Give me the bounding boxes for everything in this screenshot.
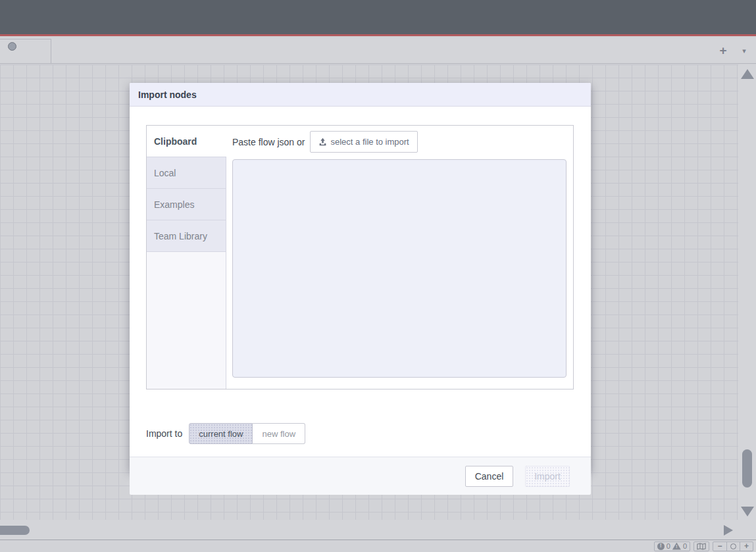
plus-icon: + (744, 541, 749, 551)
flow-status-dot-icon (8, 42, 16, 51)
current-flow-label: current flow (199, 429, 243, 439)
import-target-toggle: current flow new flow (189, 423, 305, 444)
chevron-down-icon: ▾ (742, 47, 746, 55)
dialog-title: Import nodes (138, 89, 197, 100)
dialog-body: Clipboard Local Examples Team Library Pa… (130, 107, 591, 433)
tab-team-library-label: Team Library (154, 231, 207, 241)
tab-examples-label: Examples (154, 199, 194, 210)
select-file-button-label: select a file to import (331, 137, 409, 147)
warning-icon (672, 543, 681, 550)
upload-icon (318, 138, 327, 146)
tab-examples[interactable]: Examples (147, 189, 226, 220)
app-header (0, 0, 756, 36)
flow-tab-bar: + ▾ (0, 38, 756, 64)
add-flow-button[interactable]: + (711, 38, 735, 63)
error-count: 0 (667, 542, 670, 550)
import-button[interactable]: Import (525, 466, 570, 487)
zoom-in-button[interactable]: + (740, 541, 753, 551)
import-to-label: Import to (146, 428, 182, 439)
scroll-up-icon[interactable] (741, 69, 754, 79)
dialog-header: Import nodes (130, 83, 591, 107)
select-file-button[interactable]: select a file to import (310, 131, 418, 153)
zoom-reset-button[interactable] (726, 541, 740, 551)
notification-counts[interactable]: 0 0 (654, 541, 690, 551)
plus-icon: + (719, 43, 726, 58)
tab-clipboard[interactable]: Clipboard (147, 126, 226, 157)
zoom-reset-icon (730, 543, 736, 549)
tab-column-filler (147, 252, 226, 389)
import-box: Clipboard Local Examples Team Library Pa… (146, 125, 574, 389)
dialog-footer: Cancel Import (130, 457, 591, 495)
zoom-out-button[interactable]: − (713, 541, 726, 551)
new-flow-label: new flow (262, 429, 295, 439)
scroll-down-icon[interactable] (741, 507, 754, 516)
cancel-button[interactable]: Cancel (465, 466, 513, 487)
import-target-current-flow[interactable]: current flow (189, 423, 253, 444)
import-to-row: Import to current flow new flow (146, 423, 305, 444)
tab-local[interactable]: Local (147, 157, 226, 189)
tab-team-library[interactable]: Team Library (147, 220, 226, 252)
paste-prompt-label: Paste flow json or (232, 137, 305, 147)
import-target-new-flow[interactable]: new flow (253, 423, 305, 444)
zoom-controls: − + (713, 541, 753, 551)
warning-count: 0 (683, 542, 687, 550)
import-source-tabs: Clipboard Local Examples Team Library (147, 126, 226, 389)
error-icon (657, 543, 665, 550)
flow-list-button[interactable]: ▾ (735, 38, 753, 63)
import-json-textarea[interactable] (232, 159, 567, 378)
status-bar: 0 0 − + (0, 539, 756, 552)
import-nodes-dialog: Import nodes Clipboard Local Examples Te… (130, 83, 591, 471)
clipboard-panel: Paste flow json or select a file to impo… (226, 126, 573, 389)
horizontal-scrollbar[interactable] (0, 526, 30, 535)
tab-clipboard-label: Clipboard (154, 136, 197, 147)
flow-tab[interactable] (0, 39, 51, 63)
map-icon (697, 543, 706, 550)
navigator-button[interactable] (693, 541, 709, 551)
tab-local-label: Local (154, 168, 176, 178)
scroll-right-icon[interactable] (724, 525, 733, 536)
vertical-scrollbar[interactable] (742, 449, 752, 488)
minus-icon: − (717, 541, 722, 551)
